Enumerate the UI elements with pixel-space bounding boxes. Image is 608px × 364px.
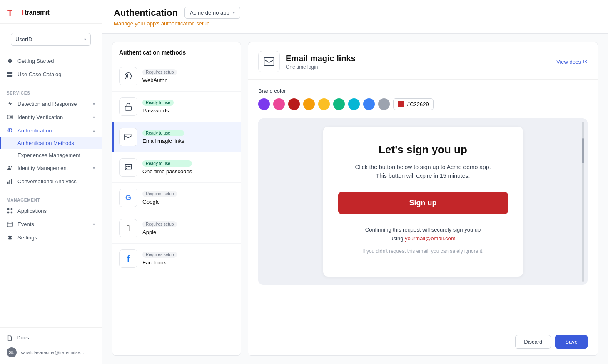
discard-button[interactable]: Discard <box>515 335 551 349</box>
fingerprint-method-icon <box>124 72 133 81</box>
email-preview-footer: Confirming this request will securely si… <box>338 226 508 243</box>
chart-icon <box>7 178 13 184</box>
color-swatch-pink[interactable] <box>273 98 285 110</box>
services-label: SERVICES <box>0 87 102 97</box>
sidebar-item-applications[interactable]: Applications <box>0 204 102 217</box>
sidebar-item-detection-response[interactable]: Detection and Response ▾ <box>0 97 102 110</box>
sidebar-item-experiences-mgmt[interactable]: Experiences Management <box>0 149 102 161</box>
svg-rect-13 <box>7 182 9 184</box>
webauthn-icon-box <box>119 67 137 85</box>
email-ignore-text: If you didn't request this email, you ca… <box>338 248 508 254</box>
google-icon-box: G <box>119 189 137 207</box>
otp-icon-box <box>119 158 137 177</box>
svg-rect-26 <box>126 166 127 167</box>
color-swatch-teal[interactable] <box>348 98 360 110</box>
save-button[interactable]: Save <box>555 335 588 349</box>
passwords-icon-box <box>119 97 137 116</box>
main-content: Authentication Acme demo app ▾ Manage yo… <box>102 0 608 364</box>
app-selector[interactable]: Acme demo app ▾ <box>184 7 240 19</box>
otp-info: Ready to use One-time passcodes <box>142 160 192 175</box>
svg-rect-24 <box>125 106 132 110</box>
color-row: #C32629 <box>258 98 588 110</box>
sign-up-button[interactable]: Sign up <box>338 192 508 214</box>
svg-rect-7 <box>7 115 12 119</box>
google-icon: G <box>125 194 131 202</box>
sidebar-item-conversational-analytics[interactable]: Conversational Analytics <box>0 175 102 188</box>
method-otp[interactable]: Ready to use One-time passcodes <box>112 152 241 183</box>
users-icon <box>7 165 13 171</box>
sidebar-item-identity-verification[interactable]: Identity Verification ▾ <box>0 110 102 124</box>
color-swatch-blue[interactable] <box>363 98 375 110</box>
rocket-icon <box>7 57 13 64</box>
user-selector-wrapper[interactable]: UserID ▾ <box>0 24 102 51</box>
svg-rect-6 <box>10 75 12 77</box>
method-apple[interactable]:  Requires setup Apple <box>112 213 241 244</box>
webauthn-badge: Requires setup <box>142 69 177 75</box>
chevron-right-icon: ▾ <box>93 115 95 120</box>
color-swatch-red[interactable] <box>288 98 300 110</box>
user-select-arrow-icon: ▾ <box>84 37 86 42</box>
method-facebook[interactable]: f Requires setup Facebook <box>112 244 241 274</box>
color-swatch-gray[interactable] <box>378 98 390 110</box>
sidebar-item-authentication[interactable]: Authentication ▴ <box>0 124 102 137</box>
method-passwords[interactable]: Ready to use Passwords <box>112 92 241 122</box>
footer-email: yourmail@email.com <box>405 235 456 242</box>
chevron-right-icon: ▾ <box>93 102 95 106</box>
svg-rect-19 <box>11 212 12 213</box>
sidebar-item-events[interactable]: Events ▾ <box>0 217 102 231</box>
svg-rect-4 <box>10 72 12 74</box>
chevron-right-icon: ▾ <box>93 222 95 227</box>
user-email-label: sarah.lasaracina@transmitse... <box>21 350 84 355</box>
sidebar-bottom-label: Docs <box>17 334 29 341</box>
otp-badge: Ready to use <box>142 160 192 167</box>
scrollbar-track[interactable] <box>582 122 584 282</box>
services-nav: SERVICES Detection and Response ▾ Identi… <box>0 84 102 191</box>
color-swatch-purple[interactable] <box>258 98 270 110</box>
sidebar-item-label: Applications <box>17 208 47 214</box>
sidebar-item-label: Events <box>17 221 34 227</box>
svg-rect-25 <box>125 134 132 140</box>
doc-icon <box>7 335 12 341</box>
method-webauthn[interactable]: Requires setup WebAuthn <box>112 61 241 92</box>
content-area: Authentication methods Requires setup We… <box>102 34 608 364</box>
sidebar-item-auth-methods[interactable]: Authentication Methods <box>0 137 102 149</box>
page-subtitle: Manage your app's authentication setup <box>114 20 209 27</box>
lock-icon <box>124 102 133 111</box>
auth-methods-panel: Authentication methods Requires setup We… <box>112 42 241 356</box>
sidebar-item-docs[interactable]: Docs <box>0 331 102 344</box>
email-magic-name: Email magic links <box>142 138 184 144</box>
logo-area: T Ttransmit <box>0 0 102 24</box>
email-magic-badge: Ready to use <box>142 130 184 136</box>
page-header: Authentication Acme demo app ▾ Manage yo… <box>102 0 608 34</box>
google-info: Requires setup Google <box>142 191 177 205</box>
method-title-section: Email magic links One time login <box>258 51 356 72</box>
email-icon <box>124 132 133 142</box>
scrollbar-thumb[interactable] <box>582 138 584 163</box>
svg-rect-16 <box>7 208 9 210</box>
user-select[interactable]: UserID ▾ <box>11 33 91 46</box>
footer-text1: Confirming this request will securely si… <box>365 227 481 233</box>
sidebar-item-getting-started[interactable]: Getting Started <box>0 54 102 67</box>
sidebar-item-identity-management[interactable]: Identity Management ▾ <box>0 161 102 175</box>
color-swatch-green[interactable] <box>333 98 345 110</box>
color-swatch-orange[interactable] <box>303 98 315 110</box>
method-email-magic-links[interactable]: Ready to use Email magic links <box>112 122 241 152</box>
sidebar-item-settings[interactable]: Settings <box>0 231 102 244</box>
email-large-icon <box>263 56 275 67</box>
view-docs-link[interactable]: View docs <box>556 59 588 65</box>
method-google[interactable]: G Requires setup Google <box>112 183 241 213</box>
passwords-info: Ready to use Passwords <box>142 100 174 114</box>
email-preview-title: Let's sign you up <box>338 143 508 156</box>
svg-text:T: T <box>7 8 12 17</box>
avatar: SL <box>7 347 17 357</box>
color-hex-input[interactable]: #C32629 <box>393 98 434 110</box>
svg-rect-29 <box>264 58 274 66</box>
svg-rect-28 <box>130 166 130 167</box>
sidebar-item-label: Identity Verification <box>17 114 63 120</box>
otp-name: One-time passcodes <box>142 168 192 175</box>
management-label: MANAGEMENT <box>0 194 102 204</box>
color-swatch-yellow[interactable] <box>318 98 330 110</box>
sidebar-item-user[interactable]: SL sarah.lasaracina@transmitse... <box>0 344 102 361</box>
sidebar-item-label: Use Case Catalog <box>17 71 62 77</box>
sidebar-item-use-case-catalog[interactable]: Use Case Catalog <box>0 67 102 81</box>
